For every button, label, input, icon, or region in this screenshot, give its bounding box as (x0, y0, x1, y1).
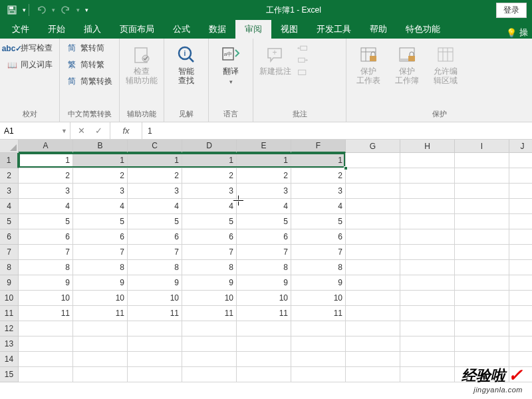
tab-9[interactable]: 特色功能 (396, 20, 450, 39)
cell[interactable]: 10 (237, 291, 291, 306)
cell[interactable]: 6 (19, 229, 73, 245)
cell[interactable]: 4 (291, 199, 346, 214)
cell[interactable] (237, 336, 291, 352)
cell[interactable]: 7 (182, 245, 237, 260)
cell[interactable] (455, 214, 509, 229)
cell[interactable] (455, 291, 509, 306)
row-header-10[interactable]: 10 (0, 291, 19, 306)
cell[interactable] (128, 352, 182, 367)
cell[interactable] (400, 153, 455, 168)
row-header-6[interactable]: 6 (0, 229, 19, 245)
cell[interactable]: 1 (237, 153, 291, 168)
cell[interactable]: 3 (73, 184, 128, 199)
cell[interactable]: 11 (73, 306, 128, 321)
tab-4[interactable]: 数据 (200, 20, 235, 39)
cell[interactable]: 1 (73, 153, 128, 168)
col-header-H[interactable]: H (400, 140, 455, 153)
cell[interactable] (346, 214, 400, 229)
cell[interactable]: 6 (73, 229, 128, 245)
cell[interactable]: 8 (291, 260, 346, 275)
select-all-corner[interactable] (0, 140, 19, 153)
cell[interactable]: 7 (73, 245, 128, 260)
cell[interactable]: 9 (237, 275, 291, 291)
cell[interactable]: 10 (182, 291, 237, 306)
cell[interactable]: 1 (128, 153, 182, 168)
cell[interactable]: 2 (237, 168, 291, 184)
cell[interactable] (346, 153, 400, 168)
cell[interactable] (455, 199, 509, 214)
cell[interactable]: 1 (291, 153, 346, 168)
qat-customize-icon[interactable]: ▾ (85, 7, 88, 13)
cell[interactable] (291, 352, 346, 367)
name-box-dropdown-icon[interactable]: ▼ (61, 128, 67, 134)
cell[interactable]: 7 (128, 245, 182, 260)
protect-sheet-button[interactable]: 保护工作表 (352, 41, 385, 86)
cell[interactable] (19, 367, 73, 382)
cell[interactable] (346, 245, 400, 260)
row-header-14[interactable]: 14 (0, 352, 19, 367)
cell[interactable] (346, 229, 400, 245)
fill-handle[interactable] (344, 166, 348, 170)
cell[interactable] (128, 367, 182, 382)
cell[interactable]: 1 (182, 153, 237, 168)
row-header-13[interactable]: 13 (0, 336, 19, 352)
cell[interactable]: 6 (291, 229, 346, 245)
cell[interactable] (455, 168, 509, 184)
formula-input[interactable]: 1 (142, 122, 532, 139)
col-header-B[interactable]: B (73, 140, 128, 153)
cell[interactable]: 8 (182, 260, 237, 275)
cell[interactable]: 5 (182, 214, 237, 229)
t2s-button[interactable]: 简 繁转简 (65, 41, 114, 55)
row-header-15[interactable]: 15 (0, 367, 19, 382)
row-header-9[interactable]: 9 (0, 275, 19, 291)
row-header-2[interactable]: 2 (0, 168, 19, 184)
cell[interactable]: 11 (182, 306, 237, 321)
cell[interactable] (455, 229, 509, 245)
login-button[interactable]: 登录 (496, 3, 527, 18)
cell[interactable]: 6 (237, 229, 291, 245)
cell[interactable]: 5 (128, 214, 182, 229)
cell[interactable] (509, 214, 532, 229)
tab-5[interactable]: 审阅 (235, 20, 271, 39)
protect-workbook-button[interactable]: 保护工作簿 (390, 41, 424, 86)
cell[interactable]: 10 (128, 291, 182, 306)
cell[interactable]: 8 (73, 260, 128, 275)
cell[interactable] (400, 229, 455, 245)
tab-3[interactable]: 公式 (164, 20, 200, 39)
cell[interactable] (346, 199, 400, 214)
cell[interactable] (346, 184, 400, 199)
cell[interactable] (73, 352, 128, 367)
cell[interactable] (509, 229, 532, 245)
tab-file[interactable]: 文件 (3, 20, 39, 39)
cells-area[interactable]: 1111112222223333334444445555556666667777… (19, 153, 532, 382)
cell[interactable] (509, 275, 532, 291)
cell[interactable]: 4 (73, 199, 128, 214)
cell[interactable]: 9 (182, 275, 237, 291)
cell[interactable]: 8 (128, 260, 182, 275)
cell[interactable]: 9 (291, 275, 346, 291)
undo-button[interactable] (32, 2, 51, 18)
cell[interactable] (182, 321, 237, 336)
col-header-D[interactable]: D (182, 140, 237, 153)
tab-1[interactable]: 插入 (74, 20, 110, 39)
cell[interactable] (128, 336, 182, 352)
cell[interactable]: 11 (291, 306, 346, 321)
cell[interactable] (346, 275, 400, 291)
col-header-G[interactable]: G (346, 140, 400, 153)
cell[interactable]: 11 (128, 306, 182, 321)
col-header-F[interactable]: F (291, 140, 346, 153)
cell[interactable] (509, 153, 532, 168)
cell[interactable] (509, 184, 532, 199)
cell[interactable] (509, 168, 532, 184)
cancel-icon[interactable]: ✕ (78, 126, 85, 136)
spreadsheet-grid[interactable]: ABCDEFGHIJ 123456789101112131415 1111112… (0, 140, 532, 399)
cell[interactable] (455, 260, 509, 275)
cell[interactable] (455, 306, 509, 321)
cell[interactable] (400, 336, 455, 352)
row-header-5[interactable]: 5 (0, 214, 19, 229)
cell[interactable] (73, 336, 128, 352)
cell[interactable]: 6 (128, 229, 182, 245)
tab-8[interactable]: 帮助 (360, 20, 396, 39)
cell[interactable] (400, 291, 455, 306)
row-header-12[interactable]: 12 (0, 321, 19, 336)
